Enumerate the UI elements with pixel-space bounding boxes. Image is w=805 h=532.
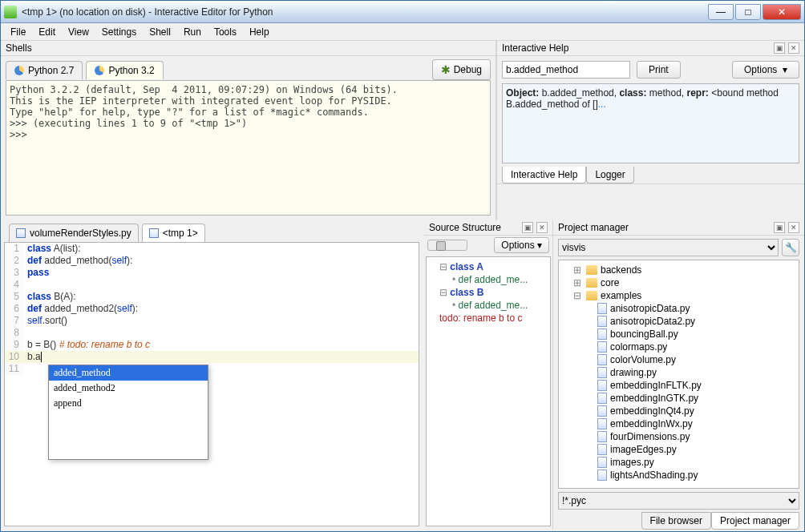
undock-icon[interactable]: ▣ [774, 42, 785, 54]
file-item[interactable]: embeddingInWx.py [562, 417, 795, 430]
file-item[interactable]: fourDimensions.py [562, 430, 795, 443]
app-icon [4, 6, 17, 18]
ihelp-body: Object: b.added_method, class: method, r… [502, 83, 799, 163]
titlebar: <tmp 1> (no location on disk) - Interact… [1, 1, 804, 23]
undock-icon[interactable]: ▣ [774, 222, 785, 233]
source-structure-header: Source Structure ▣✕ [424, 220, 552, 236]
menu-view[interactable]: View [62, 25, 95, 39]
autocomplete-item[interactable]: added_method [49, 365, 208, 381]
folder-examples[interactable]: examples [562, 289, 795, 302]
shell-tab-0[interactable]: Python 2.7 [6, 61, 83, 79]
project-manager-header: Project manager ▣✕ [553, 220, 804, 236]
folder-icon [586, 265, 597, 275]
ihelp-tab-0[interactable]: Interactive Help [502, 167, 586, 183]
editor-line[interactable]: 10b.a [5, 351, 419, 363]
structure-def[interactable]: def added_me... [430, 273, 547, 286]
structure-options-button[interactable]: Options ▾ [494, 237, 549, 253]
close-button[interactable]: ✕ [763, 4, 801, 20]
file-item[interactable]: drawing.py [562, 366, 795, 379]
folder-icon [586, 278, 597, 288]
python-icon [14, 66, 24, 75]
project-manager-label: Project manager [558, 222, 629, 233]
file-item[interactable]: embeddingInQt4.py [562, 405, 795, 417]
close-panel-icon[interactable]: ✕ [536, 222, 548, 233]
pm-bottom-tab-1[interactable]: Project manager [711, 512, 799, 530]
autocomplete-popup[interactable]: added_methodadded_method2append [48, 365, 208, 460]
structure-cls[interactable]: class A [430, 260, 547, 273]
code-editor[interactable]: 1class A(list):2 def added_method(self):… [4, 242, 419, 526]
minimize-button[interactable]: — [708, 4, 734, 20]
file-item[interactable]: bouncingBall.py [562, 328, 795, 341]
ihelp-label: Interactive Help [502, 42, 568, 54]
folder-backends[interactable]: backends [562, 264, 795, 276]
file-icon [597, 393, 607, 404]
menu-help[interactable]: Help [243, 25, 276, 39]
editor-line[interactable]: 7 self.sort() [5, 315, 419, 327]
editor-line[interactable]: 4 [5, 279, 419, 291]
folder-icon [586, 291, 597, 300]
menu-tools[interactable]: Tools [208, 25, 243, 39]
filter-select[interactable]: !*.pyc [558, 492, 799, 510]
editor-tab-0[interactable]: volumeRenderStyles.py [9, 224, 139, 242]
menu-settings[interactable]: Settings [95, 25, 143, 39]
file-item[interactable]: imageEdges.py [562, 443, 795, 456]
maximize-button[interactable]: □ [735, 4, 761, 20]
file-icon [597, 418, 607, 429]
editor-line[interactable]: 9b = B() # todo: rename b to c [5, 339, 419, 351]
autocomplete-item[interactable]: added_method2 [49, 381, 208, 396]
close-panel-icon[interactable]: ✕ [788, 222, 799, 233]
ihelp-header: Interactive Help ▣✕ [497, 41, 804, 56]
file-icon [597, 316, 607, 327]
source-structure-label: Source Structure [429, 222, 501, 233]
project-tree[interactable]: backendscoreexamplesanisotropicData.pyan… [558, 260, 799, 489]
autocomplete-item[interactable]: append [49, 396, 208, 411]
file-icon [597, 354, 607, 365]
file-item[interactable]: lightsAndShading.py [562, 469, 795, 482]
source-structure-tree[interactable]: class Adef added_me...class Bdef added_m… [426, 256, 551, 526]
file-item[interactable]: anisotropicData.py [562, 302, 795, 315]
file-icon [597, 470, 607, 481]
editor-line[interactable]: 2 def added_method(self): [5, 255, 419, 267]
file-item[interactable]: embeddingInFLTK.py [562, 379, 795, 392]
file-icon [597, 457, 607, 468]
file-icon [597, 380, 607, 391]
window-title: <tmp 1> (no location on disk) - Interact… [22, 6, 706, 18]
shell-console[interactable]: Python 3.2.2 (default, Sep 4 2011, 09:07… [6, 80, 491, 216]
ihelp-search-input[interactable] [502, 61, 630, 79]
debug-button[interactable]: ✱ Debug [432, 59, 491, 80]
print-button[interactable]: Print [637, 61, 681, 79]
file-icon [597, 341, 607, 353]
editor-line[interactable]: 8 [5, 327, 419, 339]
shell-tab-1[interactable]: Python 3.2 [86, 61, 163, 79]
file-item[interactable]: anisotropicData2.py [562, 315, 795, 328]
menu-edit[interactable]: Edit [32, 25, 62, 39]
editor-line[interactable]: 6 def added_method2(self): [5, 303, 419, 315]
close-panel-icon[interactable]: ✕ [788, 42, 799, 54]
file-icon [597, 405, 607, 417]
structure-todo[interactable]: todo: rename b to c [430, 312, 547, 324]
structure-slider[interactable] [427, 240, 467, 251]
file-icon [597, 367, 607, 378]
pm-bottom-tab-0[interactable]: File browser [641, 512, 711, 530]
editor-line[interactable]: 1class A(list): [5, 243, 419, 255]
file-icon [16, 228, 26, 238]
file-item[interactable]: colorVolume.py [562, 353, 795, 366]
editor-line[interactable]: 3 pass [5, 267, 419, 279]
menu-file[interactable]: File [4, 25, 32, 39]
ihelp-tab-1[interactable]: Logger [586, 167, 633, 183]
structure-def[interactable]: def added_me... [430, 299, 547, 312]
folder-core[interactable]: core [562, 276, 795, 289]
undock-icon[interactable]: ▣ [522, 222, 533, 233]
wrench-icon[interactable]: 🔧 [782, 239, 799, 256]
menu-run[interactable]: Run [177, 25, 208, 39]
file-item[interactable]: images.py [562, 456, 795, 469]
editor-line[interactable]: 5class B(A): [5, 291, 419, 303]
project-select[interactable]: visvis [558, 239, 779, 256]
editor-tab-1[interactable]: <tmp 1> [142, 224, 205, 242]
ihelp-options-button[interactable]: Options ▾ [732, 61, 799, 79]
file-item[interactable]: embeddingInGTK.py [562, 392, 795, 405]
file-item[interactable]: colormaps.py [562, 341, 795, 353]
menu-shell[interactable]: Shell [143, 25, 177, 39]
bug-icon: ✱ [441, 63, 451, 76]
structure-cls[interactable]: class B [430, 286, 547, 299]
